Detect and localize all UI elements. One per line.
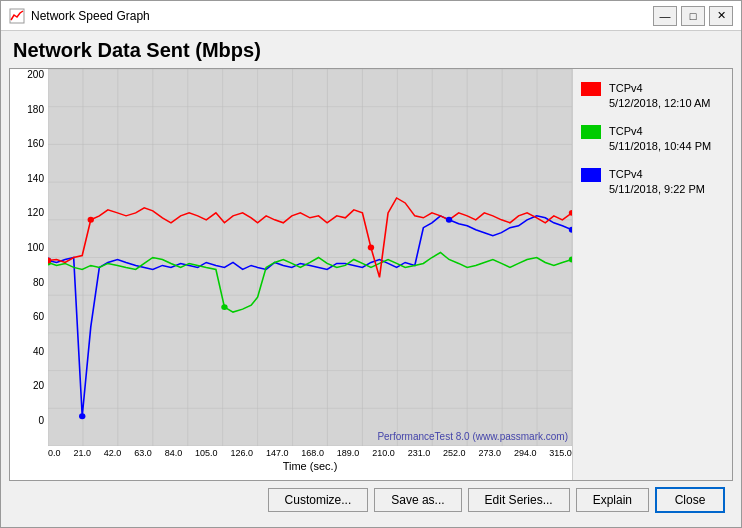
y-label-60: 60 — [10, 311, 48, 322]
x-label-273: 273.0 — [478, 448, 501, 458]
x-label-84: 84.0 — [165, 448, 183, 458]
window-controls: — □ ✕ — [653, 6, 733, 26]
x-label-42: 42.0 — [104, 448, 122, 458]
y-label-180: 180 — [10, 104, 48, 115]
x-label-210: 210.0 — [372, 448, 395, 458]
close-button[interactable]: Close — [655, 487, 725, 513]
minimize-button[interactable]: — — [653, 6, 677, 26]
x-label-21: 21.0 — [73, 448, 91, 458]
x-label-231: 231.0 — [408, 448, 431, 458]
x-label-126: 126.0 — [231, 448, 254, 458]
svg-point-30 — [79, 413, 85, 419]
window-title: Network Speed Graph — [31, 9, 653, 23]
chart-svg — [48, 69, 572, 446]
y-axis: 0 20 40 60 80 100 120 140 160 180 200 — [10, 69, 48, 446]
content-area: Network Data Sent (Mbps) 0 20 40 60 80 1… — [1, 31, 741, 527]
customize-button[interactable]: Customize... — [268, 488, 369, 512]
svg-point-38 — [368, 245, 374, 251]
svg-point-34 — [221, 304, 227, 310]
y-label-40: 40 — [10, 346, 48, 357]
svg-plot-area: PerformanceTest 8.0 (www.passmark.com) — [48, 69, 572, 446]
chart-plot-wrapper: 0 20 40 60 80 100 120 140 160 180 200 — [10, 69, 572, 480]
x-label-294: 294.0 — [514, 448, 537, 458]
y-label-20: 20 — [10, 380, 48, 391]
y-label-200: 200 — [10, 69, 48, 80]
edit-series-button[interactable]: Edit Series... — [468, 488, 570, 512]
legend-label-green: TCPv4 — [609, 124, 711, 139]
legend-color-blue — [581, 168, 601, 182]
legend-text-green: TCPv4 5/11/2018, 10:44 PM — [609, 124, 711, 155]
y-label-0: 0 — [10, 415, 48, 426]
bottom-bar: Customize... Save as... Edit Series... E… — [9, 481, 733, 519]
x-axis-title: Time (sec.) — [48, 460, 572, 472]
y-label-120: 120 — [10, 207, 48, 218]
y-label-100: 100 — [10, 242, 48, 253]
x-label-147: 147.0 — [266, 448, 289, 458]
maximize-button[interactable]: □ — [681, 6, 705, 26]
svg-point-37 — [88, 217, 94, 223]
x-axis-labels: 0.0 21.0 42.0 63.0 84.0 105.0 126.0 147.… — [48, 446, 572, 458]
legend-item-red: TCPv4 5/12/2018, 12:10 AM — [581, 81, 724, 112]
title-bar: Network Speed Graph — □ ✕ — [1, 1, 741, 31]
legend-color-red — [581, 82, 601, 96]
chart-container: 0 20 40 60 80 100 120 140 160 180 200 — [9, 68, 733, 481]
legend-item-blue: TCPv4 5/11/2018, 9:22 PM — [581, 167, 724, 198]
main-window: Network Speed Graph — □ ✕ Network Data S… — [0, 0, 742, 528]
legend-date-green: 5/11/2018, 10:44 PM — [609, 139, 711, 154]
y-label-160: 160 — [10, 138, 48, 149]
x-label-0: 0.0 — [48, 448, 61, 458]
y-label-80: 80 — [10, 277, 48, 288]
legend-label-blue: TCPv4 — [609, 167, 705, 182]
x-label-315: 315.0 — [549, 448, 572, 458]
x-label-105: 105.0 — [195, 448, 218, 458]
legend-label-red: TCPv4 — [609, 81, 711, 96]
x-label-252: 252.0 — [443, 448, 466, 458]
legend-text-red: TCPv4 5/12/2018, 12:10 AM — [609, 81, 711, 112]
explain-button[interactable]: Explain — [576, 488, 649, 512]
y-label-140: 140 — [10, 173, 48, 184]
x-label-168: 168.0 — [301, 448, 324, 458]
x-label-189: 189.0 — [337, 448, 360, 458]
x-label-63: 63.0 — [134, 448, 152, 458]
legend-text-blue: TCPv4 5/11/2018, 9:22 PM — [609, 167, 705, 198]
plot-with-y: 0 20 40 60 80 100 120 140 160 180 200 — [10, 69, 572, 446]
legend-date-red: 5/12/2018, 12:10 AM — [609, 96, 711, 111]
legend: TCPv4 5/12/2018, 12:10 AM TCPv4 5/11/201… — [572, 69, 732, 480]
x-axis: 0.0 21.0 42.0 63.0 84.0 105.0 126.0 147.… — [10, 446, 572, 480]
chart-title: Network Data Sent (Mbps) — [9, 39, 733, 62]
legend-date-blue: 5/11/2018, 9:22 PM — [609, 182, 705, 197]
legend-color-green — [581, 125, 601, 139]
save-as-button[interactable]: Save as... — [374, 488, 461, 512]
svg-point-31 — [446, 217, 452, 223]
legend-item-green: TCPv4 5/11/2018, 10:44 PM — [581, 124, 724, 155]
window-close-button[interactable]: ✕ — [709, 6, 733, 26]
app-icon — [9, 8, 25, 24]
y-axis-labels: 0 20 40 60 80 100 120 140 160 180 200 — [10, 69, 48, 426]
